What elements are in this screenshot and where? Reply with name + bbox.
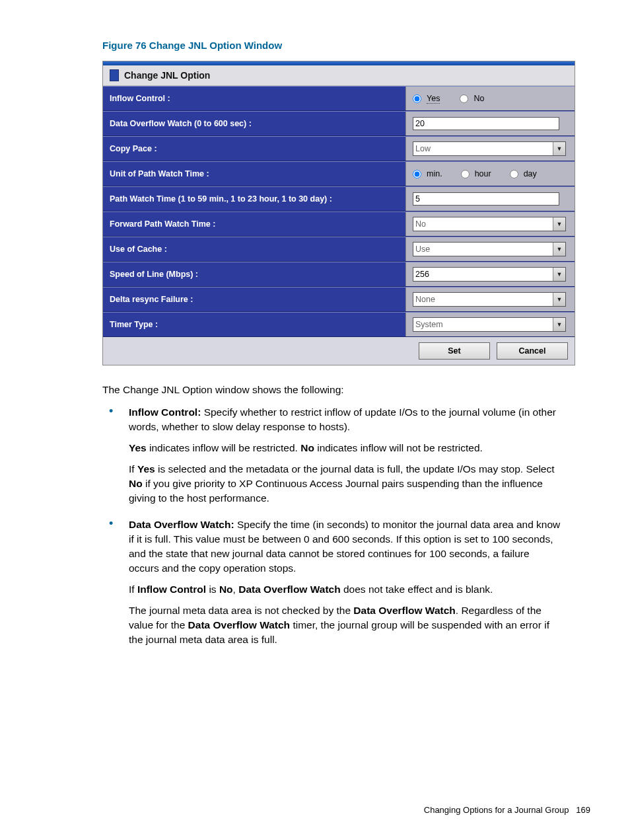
bold-text: Yes <box>129 442 147 453</box>
footer-section: Changing Options for a Journal Group <box>424 805 569 815</box>
label-use-cache: Use of Cache : <box>103 237 405 261</box>
select-timer-type-value[interactable] <box>413 317 566 332</box>
radio-inflow-yes[interactable]: Yes <box>413 94 440 104</box>
dialog-window: Change JNL Option Inflow Control : Yes N… <box>102 61 575 365</box>
select-delta-resync-value[interactable] <box>413 292 566 307</box>
select-use-cache[interactable]: ▼ <box>413 242 566 256</box>
select-forward-pathwatch[interactable]: ▼ <box>413 217 566 231</box>
row-data-overflow: Data Overflow Watch (0 to 600 sec) : <box>103 111 575 136</box>
select-use-cache-value[interactable] <box>413 242 566 256</box>
cancel-button[interactable]: Cancel <box>497 342 568 360</box>
page-footer: Changing Options for a Journal Group 169 <box>424 805 590 815</box>
input-pathwatch-time[interactable] <box>413 192 559 206</box>
label-delta-resync: Delta resync Failure : <box>103 287 405 311</box>
radio-unit-day-label: day <box>524 169 537 178</box>
text-run: The journal meta data area is not checke… <box>129 605 353 616</box>
bold-text: Data Overflow Watch <box>238 584 340 595</box>
intro-text: The Change JNL Option window shows the f… <box>102 384 561 396</box>
label-copy-pace: Copy Pace : <box>103 137 405 161</box>
row-use-cache: Use of Cache : ▼ <box>103 237 575 262</box>
radio-inflow-no[interactable]: No <box>460 94 484 103</box>
bold-text: No <box>129 478 143 489</box>
radio-unit-min-label: min. <box>427 169 442 178</box>
radio-unit-day[interactable]: day <box>510 169 537 178</box>
footer-page-number: 169 <box>576 805 590 815</box>
row-delta-resync: Delta resync Failure : ▼ <box>103 287 575 312</box>
label-forward-pathwatch: Forward Path Watch Time : <box>103 212 405 236</box>
select-copy-pace[interactable]: ▼ <box>413 141 566 156</box>
radio-unit-min-input[interactable] <box>413 170 421 178</box>
label-speed-line: Speed of Line (Mbps) : <box>103 262 405 286</box>
bold-text: Data Overflow Watch <box>188 619 290 630</box>
title-accent-icon <box>110 69 119 81</box>
label-data-overflow: Data Overflow Watch (0 to 600 sec) : <box>103 112 405 135</box>
set-button[interactable]: Set <box>419 342 490 360</box>
select-delta-resync[interactable]: ▼ <box>413 292 566 307</box>
text-run: indicates inflow will be restricted. <box>147 442 300 453</box>
text-run: if you give priority to XP Continuous Ac… <box>129 478 543 504</box>
select-copy-pace-value[interactable] <box>413 141 566 156</box>
figure-caption: Figure 76 Change JNL Option Window <box>102 40 590 51</box>
row-copy-pace: Copy Pace : ▼ <box>103 136 575 161</box>
select-speed-line[interactable]: ▼ <box>413 267 566 282</box>
button-row: Set Cancel <box>103 337 575 365</box>
text-run: is selected and the metadata or the jour… <box>155 463 555 475</box>
bold-text: Yes <box>137 463 155 475</box>
bold-text: Inflow Control <box>137 584 206 595</box>
radio-unit-hour-label: hour <box>475 169 491 178</box>
radio-unit-min[interactable]: min. <box>413 169 442 178</box>
radio-inflow-no-label: No <box>473 94 484 103</box>
label-unit-pathwatch: Unit of Path Watch Time : <box>103 162 405 186</box>
label-timer-type: Timer Type : <box>103 313 405 336</box>
radio-inflow-no-input[interactable] <box>460 95 468 103</box>
label-pathwatch-time: Path Watch Time (1 to 59 min., 1 to 23 h… <box>103 187 405 211</box>
bullet-inflow-control: Inflow Control: Specify whether to restr… <box>102 405 561 506</box>
body-text: The Change JNL Option window shows the f… <box>102 384 561 647</box>
bullet-data-overflow: Data Overflow Watch: Specify the time (i… <box>102 517 561 647</box>
row-speed-line: Speed of Line (Mbps) : ▼ <box>103 262 575 287</box>
text-run: indicates inflow will not be restricted. <box>314 442 483 453</box>
text-run: If <box>129 584 137 595</box>
bold-text: Data Overflow Watch: <box>129 519 234 530</box>
radio-unit-hour-input[interactable] <box>461 170 470 178</box>
input-data-overflow[interactable] <box>413 117 559 130</box>
window-title: Change JNL Option <box>124 70 210 81</box>
row-unit-pathwatch: Unit of Path Watch Time : min. hour day <box>103 161 575 186</box>
select-timer-type[interactable]: ▼ <box>413 317 566 332</box>
text-run: is <box>206 584 219 595</box>
text-run: If <box>129 463 137 475</box>
row-pathwatch-time: Path Watch Time (1 to 59 min., 1 to 23 h… <box>103 186 575 211</box>
row-inflow-control: Inflow Control : Yes No <box>103 86 575 111</box>
bold-text: No <box>300 442 314 453</box>
radio-unit-day-input[interactable] <box>510 170 518 178</box>
bold-text: No <box>219 584 233 595</box>
select-speed-line-value[interactable] <box>413 267 566 282</box>
row-timer-type: Timer Type : ▼ <box>103 312 575 337</box>
radio-unit-hour[interactable]: hour <box>461 169 491 178</box>
label-inflow-control: Inflow Control : <box>103 87 405 110</box>
select-forward-pathwatch-value[interactable] <box>413 217 566 231</box>
text-run: does not take effect and is blank. <box>341 584 493 595</box>
radio-inflow-yes-input[interactable] <box>413 95 421 103</box>
window-title-row: Change JNL Option <box>103 65 575 86</box>
bold-text: Data Overflow Watch <box>353 605 455 616</box>
bold-text: Inflow Control: <box>129 406 201 418</box>
row-forward-pathwatch: Forward Path Watch Time : ▼ <box>103 211 575 237</box>
radio-inflow-yes-label: Yes <box>427 94 440 104</box>
text-run: , <box>233 584 239 595</box>
